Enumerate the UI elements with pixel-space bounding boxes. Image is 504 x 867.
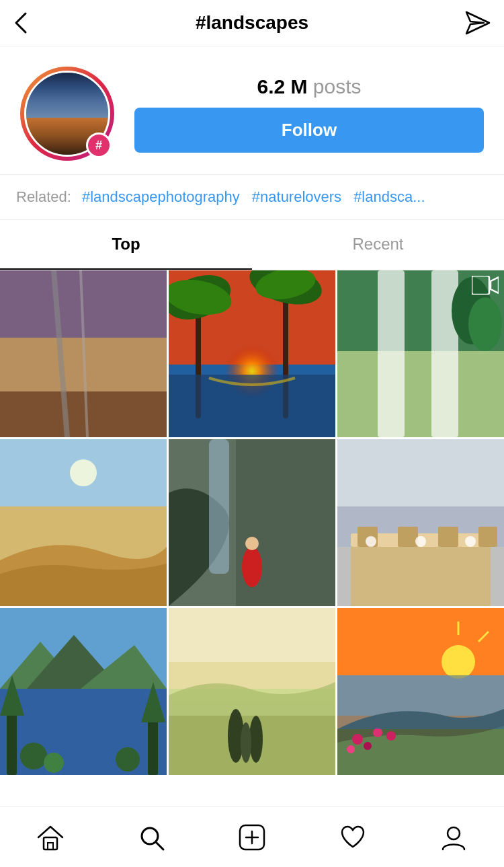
profile-section: # 6.2 M posts Follow [0,46,504,174]
svg-rect-41 [398,527,418,547]
count-number: 6.2 M [257,75,307,98]
related-tag-1[interactable]: #landscapephotography [82,188,240,206]
svg-point-66 [249,716,263,763]
nav-heart[interactable] [325,816,381,859]
svg-point-33 [242,547,262,587]
svg-rect-18 [337,351,504,437]
related-label: Related: [16,188,71,206]
svg-point-58 [44,753,64,773]
related-tag-2[interactable]: #naturelovers [252,188,341,206]
follow-button[interactable]: Follow [134,108,484,153]
svg-rect-53 [7,709,17,775]
video-badge [472,276,499,295]
svg-point-28 [70,459,97,486]
svg-rect-23 [472,276,489,295]
grid-item-7[interactable] [0,608,167,775]
svg-rect-32 [209,439,229,574]
svg-point-34 [245,537,259,550]
related-tag-3[interactable]: #landsca... [353,188,425,206]
nav-home[interactable] [22,816,79,859]
posts-count: 6.2 M posts [134,75,484,98]
svg-point-78 [347,745,355,753]
related-tags: #landscapephotography #naturelovers #lan… [82,188,425,206]
hashtag-badge: # [86,133,112,158]
svg-rect-19 [378,270,405,437]
back-button[interactable] [13,11,40,35]
header: #landscapes [0,0,504,46]
svg-rect-55 [148,716,158,775]
grid-item-6[interactable] [337,439,504,606]
nav-profile[interactable] [425,816,482,859]
grid-item-3[interactable] [337,270,504,437]
svg-marker-0 [466,12,489,34]
svg-point-44 [366,536,376,547]
tab-top[interactable]: Top [0,220,252,270]
svg-point-22 [468,297,502,351]
svg-rect-61 [169,608,335,662]
svg-rect-36 [337,439,504,506]
grid-item-9[interactable] [337,608,504,775]
svg-rect-42 [438,527,458,547]
grid-item-4[interactable] [0,439,167,606]
grid-item-8[interactable] [169,608,335,775]
svg-point-46 [465,536,476,547]
svg-line-83 [156,842,163,850]
svg-marker-24 [491,277,499,293]
grid-item-2[interactable] [169,270,335,437]
svg-point-45 [415,536,426,547]
svg-point-75 [373,728,382,737]
heart-icon [338,823,368,852]
svg-rect-43 [478,527,497,547]
svg-rect-81 [48,843,53,850]
add-icon [237,823,267,852]
svg-rect-39 [351,547,491,606]
svg-point-71 [442,645,475,679]
grid-item-5[interactable] [169,439,335,606]
page-title: #landscapes [196,12,308,34]
nav-add[interactable] [224,816,280,859]
tabs: Top Recent [0,220,504,270]
svg-point-76 [364,742,372,750]
search-icon [136,823,166,852]
svg-point-59 [116,747,140,771]
svg-point-77 [386,731,396,741]
svg-point-67 [241,722,251,763]
bottom-nav [0,806,504,867]
nav-search[interactable] [123,816,179,859]
svg-rect-4 [0,391,167,437]
home-icon [36,823,65,852]
send-button[interactable] [464,11,491,35]
count-label: posts [313,75,362,98]
svg-rect-79 [337,675,504,729]
related-section: Related: #landscapephotography #naturelo… [0,174,504,220]
svg-point-74 [352,734,363,745]
svg-point-57 [20,743,47,769]
photo-grid [0,270,504,775]
profile-icon [439,823,468,852]
avatar-wrapper: # [20,67,114,161]
profile-info: 6.2 M posts Follow [134,75,484,153]
grid-item-1[interactable] [0,270,167,437]
svg-point-87 [448,827,460,839]
tab-recent[interactable]: Recent [252,220,504,270]
